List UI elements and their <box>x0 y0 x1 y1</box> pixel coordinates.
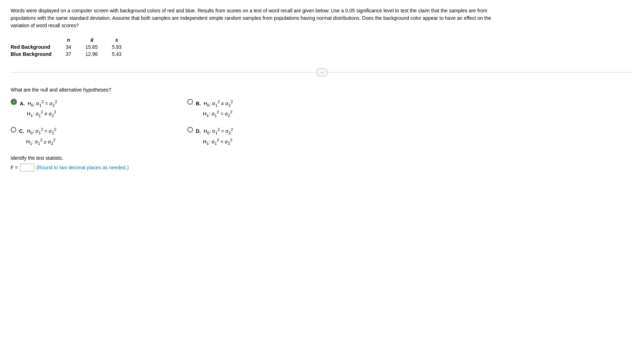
option-d-content: D. H0: σ12 = σ22 H1: σ12 < σ22 <box>196 126 233 147</box>
identify-label: Identify the test statistic. <box>11 155 633 161</box>
option-b-h0: H0: σ12 ≠ σ22 <box>204 101 233 106</box>
option-a-letter: A. <box>20 101 25 106</box>
option-d-h0: H0: σ12 = σ22 <box>204 128 233 134</box>
option-a-h1: H1: σ12 ≠ σ22 <box>27 111 56 117</box>
col-header-s: s <box>105 36 129 43</box>
option-b-h1: H1: σ12 = σ22 <box>203 111 233 117</box>
blue-n: 37 <box>59 51 78 58</box>
option-c-letter: C. <box>19 128 24 134</box>
red-n: 34 <box>59 43 78 51</box>
identify-test-statistic-section: Identify the test statistic. F = (Round … <box>11 155 633 171</box>
blue-background-label: Blue Background <box>11 51 59 58</box>
option-c-h1: H1: σ12 ≥ σ22 <box>26 139 55 145</box>
table-row-red: Red Background 34 15.85 5.93 <box>11 43 129 51</box>
data-table: n x̄ s Red Background 34 15.85 5.93 Blue… <box>11 36 129 58</box>
option-d-letter: D. <box>196 128 201 134</box>
col-header-x: x̄ <box>78 36 105 43</box>
divider-section: ··· <box>11 68 633 76</box>
f-equals-label: F = <box>11 165 18 170</box>
option-c-radio <box>11 127 16 133</box>
intro-paragraph: Words were displayed on a computer scree… <box>11 7 505 29</box>
option-b-radio <box>187 99 193 105</box>
divider-line-left <box>11 72 316 72</box>
option-c[interactable]: C. H0: σ12 = σ22 H1: σ12 ≥ σ22 <box>11 126 152 147</box>
option-d-h1: H1: σ12 < σ22 <box>203 139 233 145</box>
divider-line-right <box>328 72 633 72</box>
option-b[interactable]: B. H0: σ12 ≠ σ22 H1: σ12 = σ22 <box>187 98 329 119</box>
option-b-letter: B. <box>196 101 201 106</box>
option-a-h0: H0: σ12 = σ22 <box>28 101 57 106</box>
red-background-label: Red Background <box>11 43 59 51</box>
option-c-h0: H0: σ12 = σ22 <box>27 128 57 134</box>
red-x: 15.85 <box>78 43 105 51</box>
f-value-input[interactable] <box>20 164 34 171</box>
col-header-n: n <box>59 36 78 43</box>
question-section: What are the null and alternative hypoth… <box>11 87 633 171</box>
option-d-radio <box>187 127 193 133</box>
blue-s: 5.43 <box>105 51 129 58</box>
f-input-row: F = (Round to two decimal places as need… <box>11 164 633 171</box>
option-c-content: C. H0: σ12 = σ22 H1: σ12 ≥ σ22 <box>19 126 56 147</box>
table-row-blue: Blue Background 37 12.96 5.43 <box>11 51 129 58</box>
option-d[interactable]: D. H0: σ12 = σ22 H1: σ12 < σ22 <box>187 126 329 147</box>
expand-button[interactable]: ··· <box>316 68 328 76</box>
options-grid: ✓ A. H0: σ12 = σ22 H1: σ12 ≠ σ22 B. H0: … <box>11 98 329 147</box>
question-title: What are the null and alternative hypoth… <box>11 87 633 93</box>
option-a[interactable]: ✓ A. H0: σ12 = σ22 H1: σ12 ≠ σ22 <box>11 98 152 119</box>
blue-x: 12.96 <box>78 51 105 58</box>
red-s: 5.93 <box>105 43 129 51</box>
option-b-content: B. H0: σ12 ≠ σ22 H1: σ12 = σ22 <box>196 98 233 119</box>
option-a-content: A. H0: σ12 = σ22 H1: σ12 ≠ σ22 <box>20 98 57 119</box>
option-a-checkmark: ✓ <box>11 99 17 105</box>
f-hint-text: (Round to two decimal places as needed.) <box>36 165 129 170</box>
